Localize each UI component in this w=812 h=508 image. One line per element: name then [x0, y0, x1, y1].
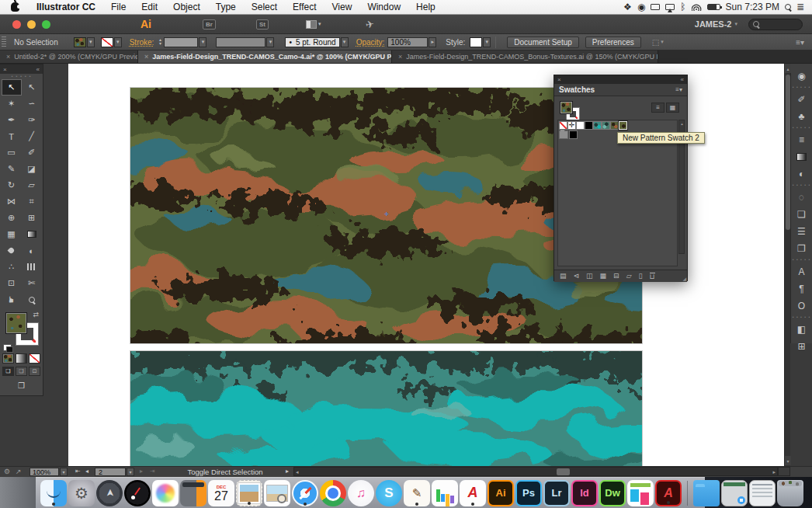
pathfinder-panel[interactable]: ◧	[794, 322, 810, 337]
grid-view-icon[interactable]: ▦	[666, 103, 679, 113]
dock-minimized-window-2[interactable]	[749, 480, 776, 506]
close-tab-icon[interactable]: ×	[6, 53, 10, 61]
direct-selection-tool[interactable]: ↖	[22, 79, 42, 96]
stock-icon[interactable]: St	[256, 19, 269, 30]
creative-cloud-icon[interactable]: ◉	[637, 2, 645, 12]
arrange-documents-icon[interactable]: ▾	[306, 20, 321, 29]
dropbox-icon[interactable]: ❖	[623, 2, 632, 12]
screen-mode-button[interactable]: ❐	[13, 380, 30, 391]
artboards-panel[interactable]: ❐	[794, 241, 810, 256]
dock-chrome[interactable]	[320, 480, 346, 506]
graphic-styles-panel[interactable]: ❏	[794, 207, 810, 222]
paragraph-panel[interactable]: ¶	[794, 281, 810, 297]
horizontal-scroll-thumb[interactable]	[557, 468, 570, 475]
window-zoom-button[interactable]	[42, 20, 50, 29]
column-graph-tool[interactable]	[22, 259, 42, 275]
dock-preview[interactable]	[264, 480, 290, 506]
dock-indesign[interactable]: Id	[571, 480, 598, 506]
brushes-panel[interactable]: ✐	[794, 92, 810, 107]
artboard-tool[interactable]: ⊡	[2, 275, 22, 291]
swatch-black[interactable]	[585, 121, 593, 130]
horizontal-scrollbar[interactable]: ◂ ▸	[293, 467, 778, 476]
stroke-weight-field[interactable]	[164, 37, 198, 47]
spotlight-search-icon[interactable]	[785, 4, 791, 10]
dock-calculator[interactable]	[180, 480, 206, 506]
slice-tool[interactable]: ✄	[22, 275, 42, 291]
list-view-icon[interactable]: ≡	[651, 103, 665, 113]
swap-fill-stroke-icon[interactable]: ⇄	[33, 311, 39, 318]
artboard-number-field[interactable]: 2	[95, 468, 126, 476]
draw-normal-button[interactable]: ❏	[2, 367, 14, 376]
preferences-button[interactable]: Preferences	[585, 37, 641, 48]
menu-item-edit[interactable]: Edit	[134, 2, 165, 12]
zoom-level-field[interactable]: 100%	[29, 468, 59, 476]
zoom-tool[interactable]	[22, 291, 42, 308]
curvature-tool[interactable]: ✑	[22, 112, 42, 128]
menu-item-window[interactable]: Window	[359, 2, 408, 12]
perspective-grid-tool[interactable]: ⊞	[22, 210, 42, 226]
symbols-panel[interactable]: ♣	[794, 109, 810, 124]
first-artboard-button[interactable]: ⇤	[75, 468, 81, 475]
panel-menu-icon[interactable]: ≡▾	[675, 86, 682, 93]
gpu-performance-icon[interactable]: ⚙	[4, 468, 10, 475]
share-icon[interactable]: ✈	[365, 18, 376, 31]
artboard-dropdown[interactable]: ▾	[127, 468, 134, 476]
dock-launchpad[interactable]: ➤	[96, 480, 123, 506]
collapse-icon[interactable]: «	[681, 76, 684, 83]
close-tab-icon[interactable]: ×	[144, 53, 148, 61]
stroke-panel[interactable]: ≡	[794, 132, 810, 148]
fill-proxy[interactable]	[560, 101, 573, 114]
fill-dropdown-button[interactable]: ▾	[87, 37, 95, 47]
close-icon[interactable]: ×	[557, 76, 561, 83]
new-color-group-icon[interactable]: ▱	[626, 273, 632, 280]
menu-item-view[interactable]: View	[324, 2, 360, 12]
eyedropper-tool[interactable]	[2, 242, 22, 259]
search-input[interactable]	[748, 19, 803, 30]
width-tool[interactable]: ⋈	[2, 193, 22, 210]
gradient-panel[interactable]	[794, 149, 810, 165]
type-tool[interactable]: T	[2, 128, 22, 144]
export-icon[interactable]: ↗	[16, 468, 22, 475]
resize-grip-icon[interactable]: ◢	[682, 276, 686, 281]
brush-definition-combo[interactable]: • 5 pt. Round	[285, 37, 339, 47]
shape-builder-tool[interactable]: ⊕	[2, 210, 22, 226]
collapse-icon[interactable]: «	[36, 66, 40, 73]
line-segment-tool[interactable]: ╱	[22, 128, 42, 144]
color-button[interactable]	[2, 353, 14, 364]
swatch-kinds-icon[interactable]: ◫	[586, 273, 593, 280]
dock-gauge-app[interactable]	[124, 480, 151, 506]
dock-numbers[interactable]	[432, 480, 458, 506]
none-button[interactable]	[29, 353, 40, 364]
dock-acrobat-reader[interactable]: A	[460, 480, 486, 506]
swatches-title-bar[interactable]: × «	[554, 75, 687, 84]
opacity-link[interactable]: Opacity:	[356, 38, 385, 47]
control-bar-grip[interactable]	[2, 37, 6, 48]
menu-item-type[interactable]: Type	[208, 2, 244, 12]
scroll-right-icon[interactable]: ▸	[772, 468, 776, 476]
status-expand-icon[interactable]: ▸	[286, 468, 289, 475]
dock-photos[interactable]	[152, 480, 179, 506]
style-swatch[interactable]	[470, 37, 482, 47]
new-swatch-icon[interactable]: ▯	[639, 273, 643, 280]
scroll-down-icon[interactable]: ▾	[785, 456, 791, 465]
swatch-libraries-icon[interactable]: ▤	[560, 273, 567, 280]
fill-proxy[interactable]	[5, 312, 27, 334]
hand-tool[interactable]: ☛	[2, 291, 22, 308]
tab-swatches[interactable]: Swatches	[559, 85, 595, 94]
dock-color-app[interactable]	[627, 480, 654, 506]
blend-tool[interactable]: ◐	[22, 242, 42, 259]
brush-dropdown[interactable]: ▾	[341, 37, 349, 47]
scroll-up-icon[interactable]: ▴	[785, 64, 791, 73]
select-similar-dropdown[interactable]: ▾	[661, 39, 664, 45]
style-dropdown[interactable]: ▾	[483, 37, 491, 47]
dock-itunes[interactable]: ♫	[348, 480, 374, 506]
panel-group-grip[interactable]: • • • • •	[791, 315, 812, 320]
vertical-scroll-thumb[interactable]	[786, 75, 790, 230]
app-menu[interactable]: Illustrator CC	[29, 2, 103, 12]
dock-acrobat-dc[interactable]: A	[655, 480, 682, 506]
rotate-tool[interactable]: ↻	[2, 177, 22, 193]
fill-color-swatch[interactable]	[74, 37, 86, 47]
dock-minimized-window-1[interactable]	[721, 480, 748, 506]
dock-system-preferences[interactable]: ⚙	[68, 480, 95, 506]
bluetooth-icon[interactable]: ᛒ	[680, 2, 685, 12]
